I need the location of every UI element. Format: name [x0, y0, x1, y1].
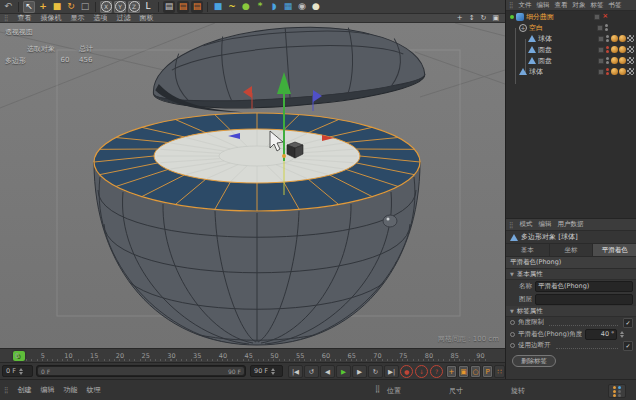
angle-limit-checkbox[interactable]: ✓ [623, 318, 633, 328]
layer-toggle-icon[interactable] [598, 69, 604, 75]
disabled-cross-icon[interactable]: × [602, 13, 608, 20]
viewport-menu-item[interactable]: 过滤 [116, 13, 130, 23]
add-primitive-icon[interactable]: ■ [212, 1, 224, 13]
layer-toggle-icon[interactable] [594, 14, 600, 20]
pan-view-icon[interactable]: + [457, 15, 463, 22]
render-view-icon[interactable]: ▤ [163, 1, 175, 13]
record-options-button[interactable]: ? [430, 365, 443, 378]
material-tag-icon[interactable] [611, 35, 618, 42]
viewport-canvas[interactable] [0, 23, 505, 348]
material-tag-icon[interactable] [619, 68, 626, 75]
object-row[interactable]: 球体 [506, 66, 636, 77]
current-frame-spinner[interactable]: 0 F [2, 365, 33, 377]
record-keyframe-button[interactable]: ● [400, 365, 413, 378]
attribute-tab-0[interactable]: 基本 [506, 244, 550, 256]
spinner-arrows-icon[interactable] [19, 368, 23, 375]
visibility-toggles[interactable] [598, 35, 609, 42]
render-picture-viewer-icon[interactable]: ▤ [177, 1, 189, 13]
next-frame-button[interactable]: ▶ [352, 365, 367, 378]
attribute-menu-item[interactable]: 用户数据 [557, 220, 583, 229]
viewport-menu-item[interactable]: 摄像机 [40, 13, 61, 23]
material-tag-icon[interactable] [619, 35, 626, 42]
layer-toggle-icon[interactable] [598, 47, 604, 53]
enabled-dot-icon[interactable] [510, 15, 514, 19]
grip-icon[interactable]: ⣿ [375, 386, 380, 393]
prev-key-button[interactable]: ↺ [304, 365, 319, 378]
name-input[interactable]: 平滑着色(Phong) [535, 281, 633, 292]
object-manager-menu-item[interactable]: 标签 [590, 1, 603, 10]
last-used-tool-icon[interactable]: □ [79, 1, 91, 13]
add-spline-icon[interactable]: ~ [226, 1, 238, 13]
visibility-dots-icon[interactable] [606, 46, 609, 53]
end-frame-spinner[interactable]: 90 F [250, 365, 283, 377]
autokey-button[interactable]: ↓ [415, 365, 428, 378]
visibility-toggles[interactable]: × [594, 13, 608, 20]
add-camera-icon[interactable]: ◉ [296, 1, 308, 13]
visibility-dots-icon[interactable] [605, 24, 608, 31]
texture-tag-icon[interactable] [627, 57, 634, 64]
move-tool-icon[interactable]: + [37, 1, 49, 13]
object-row[interactable]: +空白 [506, 22, 636, 33]
spinner-arrows-icon[interactable] [620, 331, 624, 338]
material-tag-icon[interactable] [611, 46, 618, 53]
grip-icon[interactable]: ⣿ [509, 222, 513, 228]
tag-properties-group[interactable]: ▼ 标签属性 [506, 306, 636, 317]
layer-input[interactable] [535, 294, 633, 305]
visibility-toggles[interactable] [598, 57, 609, 64]
material-tag-icon[interactable] [619, 46, 626, 53]
render-settings-icon[interactable]: ▤ [191, 1, 203, 13]
object-manager-menu-item[interactable]: 编辑 [536, 1, 549, 10]
object-row[interactable]: 圆盘 [506, 44, 636, 55]
basic-properties-group[interactable]: ▼ 基本属性 [506, 269, 636, 280]
grip-icon[interactable]: ⣿ [4, 387, 8, 393]
viewport-menu-item[interactable]: 查看 [17, 13, 31, 23]
attribute-menu-item[interactable]: 编辑 [538, 220, 551, 229]
viewport-menu-item[interactable]: 显示 [70, 13, 84, 23]
keyframe-dot-icon[interactable] [510, 332, 515, 337]
attribute-tab-2[interactable]: 平滑着色 [593, 244, 636, 256]
layer-toggle-icon[interactable] [598, 36, 604, 42]
keyframe-dot-icon[interactable] [510, 343, 515, 348]
dolly-view-icon[interactable]: ↕ [469, 15, 475, 22]
coordinate-system-icon[interactable]: L [142, 1, 154, 13]
viewport-menu-item[interactable]: 选项 [93, 13, 107, 23]
object-manager-menu-item[interactable]: 查看 [554, 1, 567, 10]
viewport[interactable]: 透视视图 选取对象 总计 多边形 60 456 网格间距 : 100 cm [0, 23, 505, 348]
attribute-menu-item[interactable]: 模式 [519, 220, 532, 229]
texture-tag-icon[interactable] [627, 68, 634, 75]
phong-angle-input[interactable]: 40 ° [585, 329, 617, 340]
material-menu-item[interactable]: 功能 [63, 385, 77, 395]
material-tag-icon[interactable] [619, 57, 626, 64]
object-label[interactable]: 空白 [529, 23, 543, 33]
frame-range-bar[interactable] [38, 367, 244, 375]
frame-range-slider[interactable]: 0 F 90 F [36, 365, 246, 377]
visibility-toggles[interactable] [598, 68, 609, 75]
rotate-view-icon[interactable]: ↻ [481, 15, 487, 22]
next-key-button[interactable]: ↻ [368, 365, 383, 378]
object-tags[interactable] [611, 35, 634, 42]
material-menu-item[interactable]: 纹理 [86, 385, 100, 395]
panel-dots-icon[interactable] [608, 384, 626, 398]
material-tag-icon[interactable] [611, 57, 618, 64]
material-menu-item[interactable]: 创建 [17, 385, 31, 395]
object-row[interactable]: 圆盘 [506, 55, 636, 66]
object-row[interactable]: 球体 [506, 33, 636, 44]
keyframe-dot-icon[interactable] [510, 320, 515, 325]
edge-break-checkbox[interactable]: ✓ [623, 341, 633, 351]
object-tags[interactable] [611, 68, 634, 75]
material-menu-item[interactable]: 编辑 [40, 385, 54, 395]
key-pla-button[interactable]: ∷ [494, 365, 505, 378]
gizmo-origin[interactable] [282, 154, 286, 158]
play-button[interactable]: ▶ [336, 365, 351, 378]
undo-icon[interactable]: ↶ [2, 1, 14, 13]
grip-icon[interactable]: ⣿ [509, 2, 513, 8]
add-deformer-icon[interactable]: * [254, 1, 266, 13]
toggle-view-icon[interactable]: ▣ [492, 15, 499, 22]
scale-tool-icon[interactable]: ■ [51, 1, 63, 13]
material-tag-icon[interactable] [611, 68, 618, 75]
texture-tag-icon[interactable] [627, 46, 634, 53]
viewport-menu-item[interactable]: 面板 [139, 13, 153, 23]
object-row[interactable]: 细分曲面× [506, 11, 636, 22]
key-scale-button[interactable]: ▣ [458, 365, 469, 378]
visibility-dots-icon[interactable] [606, 57, 609, 64]
